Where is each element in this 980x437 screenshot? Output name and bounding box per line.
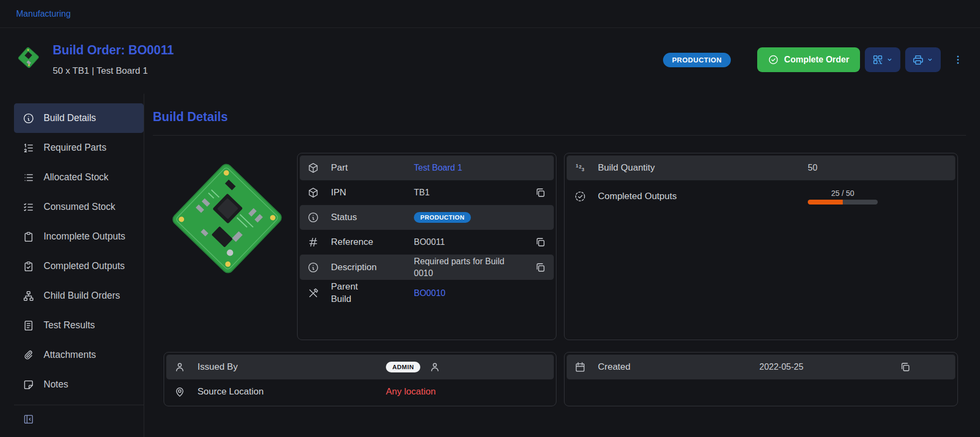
progress-text: 25 / 50 — [831, 189, 855, 198]
description-value: Required parts for Build 0010 — [414, 256, 510, 279]
detail-row-part: Part Test Board 1 — [300, 156, 554, 180]
collapse-sidebar-button[interactable] — [23, 413, 34, 427]
svg-text:3: 3 — [582, 167, 584, 172]
detail-row-reference: Reference BO0011 — [300, 230, 554, 255]
sidebar-item-label: Attachments — [44, 349, 96, 361]
sidebar-item-label: Notes — [44, 379, 68, 390]
circle-dashed-check-icon — [574, 191, 586, 202]
issued-by-badge: ADMIN — [386, 362, 420, 372]
row-created: Created 2022-05-25 — [567, 355, 955, 379]
note-icon — [23, 379, 34, 391]
status-badge: PRODUCTION — [414, 212, 471, 223]
user-icon — [174, 361, 186, 373]
complete-order-button[interactable]: Complete Order — [757, 47, 860, 72]
breadcrumb: Manufacturing — [0, 0, 980, 28]
list-check-icon — [23, 201, 34, 213]
box-icon — [307, 162, 319, 174]
sidebar-item-attachments[interactable]: Attachments — [14, 340, 144, 370]
copy-button[interactable] — [534, 236, 546, 248]
clipboard-icon — [23, 231, 34, 243]
barcode-actions-button[interactable] — [865, 47, 900, 72]
sidebar-item-label: Consumed Stock — [44, 201, 115, 213]
page-subtitle: 50 x TB1 | Test Board 1 — [53, 66, 174, 76]
sidebar-item-allocated-stock[interactable]: Allocated Stock — [14, 163, 144, 192]
user-icon — [429, 361, 441, 373]
svg-text:1: 1 — [576, 163, 579, 168]
sidebar-item-build-details[interactable]: Build Details — [14, 103, 144, 133]
status-badge: PRODUCTION — [663, 53, 731, 67]
sidebar-item-child-build-orders[interactable]: Child Build Orders — [14, 281, 144, 311]
page-header: Build Order: BO0011 50 x TB1 | Test Boar… — [0, 28, 980, 94]
more-actions-button[interactable] — [950, 47, 966, 72]
box-icon — [307, 187, 319, 199]
detail-row-ipn: IPN TB1 — [300, 180, 554, 205]
sidebar-footer — [14, 405, 144, 427]
map-pin-icon — [174, 386, 186, 398]
created-panel: Created 2022-05-25 — [564, 352, 958, 406]
heading-divider — [153, 135, 966, 136]
issue-panel: Issued By ADMIN Source Location Any loca… — [164, 352, 556, 406]
clipboard-check-icon — [23, 260, 34, 272]
part-thumbnail[interactable] — [16, 45, 41, 70]
copy-button[interactable] — [899, 361, 911, 373]
row-completed-outputs: Completed Outputs 25 / 50 — [567, 180, 955, 213]
page-title: Build Order: BO0011 — [53, 43, 174, 58]
reference-value: BO0011 — [414, 237, 445, 247]
copy-button[interactable] — [534, 187, 546, 199]
complete-order-label: Complete Order — [784, 55, 849, 65]
breadcrumb-manufacturing[interactable]: Manufacturing — [16, 9, 70, 19]
sidebar-item-incomplete-outputs[interactable]: Incomplete Outputs — [14, 222, 144, 251]
row-build-quantity: 123 Build Quantity 50 — [567, 156, 955, 180]
detail-label: Status — [331, 212, 414, 223]
part-image[interactable] — [164, 155, 291, 282]
sidebar-item-label: Child Build Orders — [44, 290, 120, 301]
sitemap-icon — [23, 290, 34, 302]
chevron-down-icon — [926, 55, 934, 64]
parent-build-link[interactable]: BO0010 — [414, 288, 446, 298]
progress-fill — [808, 200, 843, 205]
detail-label: Reference — [331, 237, 414, 248]
row-issued-by: Issued By ADMIN — [166, 355, 554, 379]
calendar-icon — [574, 361, 586, 373]
sidebar-item-test-results[interactable]: Test Results — [14, 311, 144, 340]
section-heading: Build Details — [153, 110, 966, 124]
build-quantity-panel: 123 Build Quantity 50 Completed Outputs … — [564, 153, 958, 340]
part-link[interactable]: Test Board 1 — [414, 163, 462, 173]
sidebar-item-label: Incomplete Outputs — [44, 231, 125, 242]
numbers-123-icon: 123 — [574, 162, 586, 174]
detail-label: Description — [331, 262, 414, 273]
detail-label: Parent Build — [331, 281, 414, 306]
printer-icon — [912, 54, 924, 66]
source-location-value: Any location — [386, 386, 436, 397]
sidebar-item-completed-outputs[interactable]: Completed Outputs — [14, 251, 144, 281]
detail-row-parent-build: Parent Build BO0010 — [300, 280, 554, 307]
hash-icon — [307, 236, 319, 248]
sidebar-item-label: Build Details — [44, 112, 96, 124]
sidebar: Build Details Required Parts Allocated S… — [0, 94, 144, 437]
info-circle-icon — [307, 212, 319, 223]
quantity-label: Build Quantity — [598, 163, 808, 173]
print-actions-button[interactable] — [905, 47, 941, 72]
sidebar-item-notes[interactable]: Notes — [14, 370, 144, 399]
issue-label: Source Location — [198, 386, 386, 397]
info-circle-icon — [307, 262, 319, 273]
list-numbers-icon — [23, 142, 34, 154]
copy-button[interactable] — [534, 262, 546, 273]
chevron-down-icon — [885, 55, 894, 64]
list-icon — [23, 172, 34, 184]
paperclip-icon — [23, 349, 34, 361]
build-details-panel: Part Test Board 1 IPN TB1 Status PRODUCT… — [297, 153, 556, 340]
sidebar-item-consumed-stock[interactable]: Consumed Stock — [14, 192, 144, 222]
header-title-group: Build Order: BO0011 50 x TB1 | Test Boar… — [16, 43, 174, 76]
build-quantity-value: 50 — [808, 163, 817, 173]
sidebar-collapse-icon — [23, 413, 34, 425]
circle-check-icon — [768, 54, 779, 65]
sidebar-item-label: Allocated Stock — [44, 172, 109, 183]
sidebar-item-required-parts[interactable]: Required Parts — [14, 133, 144, 163]
detail-label: IPN — [331, 187, 414, 198]
dots-vertical-icon — [952, 54, 964, 66]
qr-code-icon — [872, 54, 884, 66]
detail-row-status: Status PRODUCTION — [300, 205, 554, 230]
completed-outputs-progress: 25 / 50 — [808, 189, 878, 205]
ipn-value: TB1 — [414, 188, 429, 198]
